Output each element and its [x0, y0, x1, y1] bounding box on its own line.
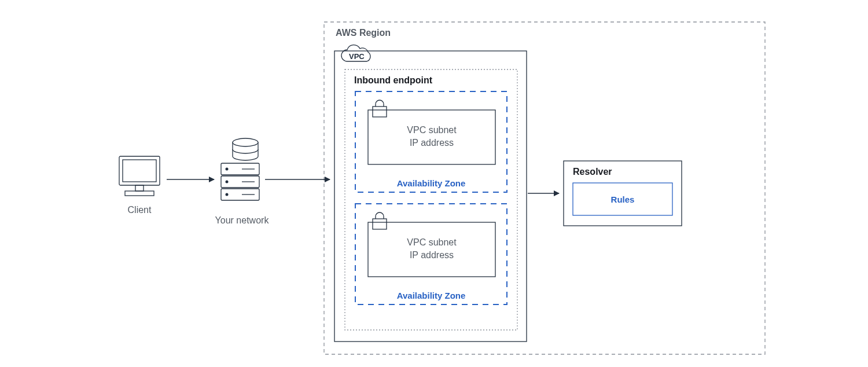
- rules-label: Rules: [611, 194, 635, 204]
- resolver-label: Resolver: [573, 167, 612, 177]
- svg-rect-4: [123, 160, 156, 182]
- az2-label: Availability Zone: [397, 291, 466, 300]
- svg-rect-5: [135, 185, 144, 191]
- client-icon: [119, 156, 160, 196]
- svg-rect-1: [373, 107, 387, 117]
- svg-rect-2: [373, 219, 387, 229]
- subnet2-line2: IP address: [410, 250, 454, 260]
- subnet2-line1: VPC subnet: [407, 237, 457, 247]
- svg-point-15: [226, 193, 229, 196]
- svg-rect-6: [125, 191, 154, 196]
- subnet1-line2: IP address: [410, 138, 454, 148]
- svg-rect-3: [119, 156, 160, 185]
- svg-point-11: [226, 168, 229, 171]
- client-label: Client: [128, 205, 152, 215]
- inbound-endpoint-label: Inbound endpoint: [354, 75, 433, 85]
- aws-region-label: AWS Region: [336, 28, 391, 38]
- svg-text:VPC: VPC: [349, 52, 365, 61]
- diagram: AWS Region VPC Inbound endpoint Availabi…: [0, 0, 868, 367]
- lock-icon: [373, 212, 387, 229]
- svg-point-13: [226, 181, 229, 183]
- lock-icon: [373, 100, 387, 117]
- subnet1-box: [368, 110, 495, 164]
- subnet2-box: [368, 222, 495, 277]
- your-network-icon: [221, 138, 259, 200]
- vpc-cloud-icon: VPC: [341, 45, 370, 61]
- subnet1-line1: VPC subnet: [407, 125, 457, 135]
- svg-point-7: [233, 138, 258, 146]
- az1-label: Availability Zone: [397, 178, 466, 188]
- your-network-label: Your network: [215, 215, 270, 225]
